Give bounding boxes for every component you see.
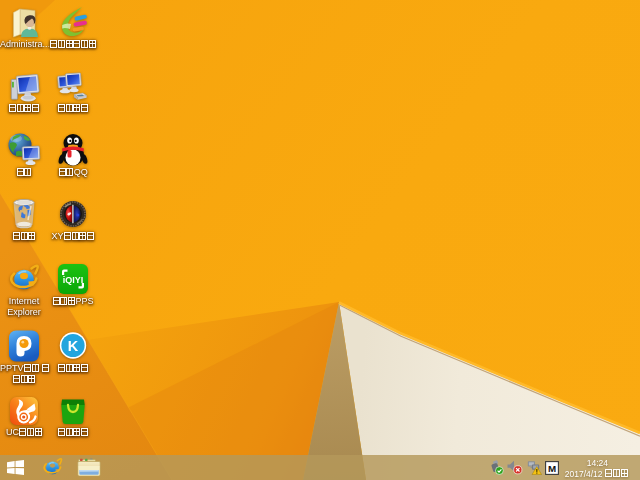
svg-text:iQIYI: iQIYI xyxy=(63,275,84,285)
svg-text:K: K xyxy=(68,338,79,354)
svg-text:M: M xyxy=(548,462,556,473)
